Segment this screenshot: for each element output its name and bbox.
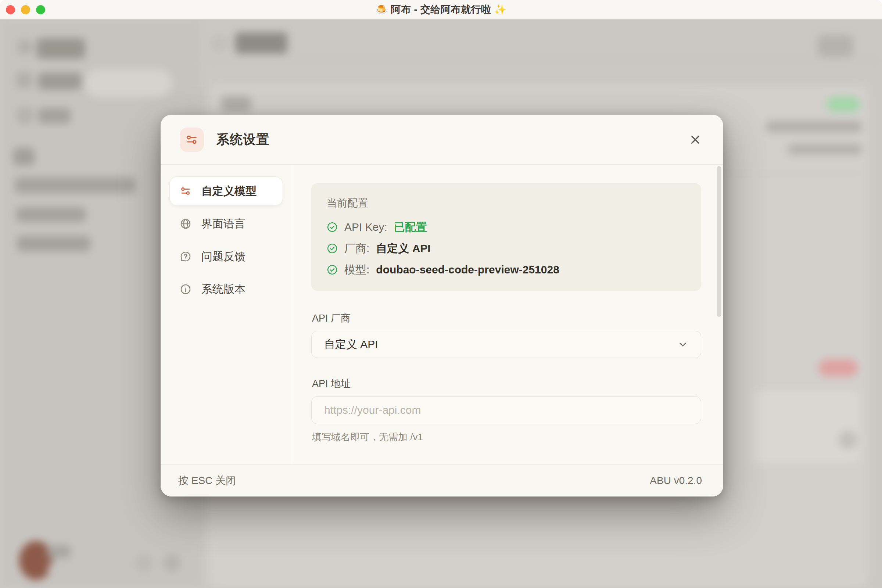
check-circle-icon	[327, 264, 338, 275]
config-value-provider: 自定义 API	[376, 241, 430, 256]
bg-blob	[212, 35, 228, 51]
api-url-hint: 填写域名即可，无需加 /v1	[312, 431, 701, 444]
bg-circle-button	[163, 554, 181, 572]
version-label: ABU v0.2.0	[650, 475, 702, 487]
modal-header: 系统设置	[160, 115, 723, 165]
sliders-icon	[180, 128, 204, 152]
info-icon	[179, 283, 192, 296]
bg-blob	[48, 562, 133, 577]
help-bubble-icon	[179, 250, 192, 263]
close-icon[interactable]	[687, 131, 704, 148]
window-title: 🍮 阿布 - 交给阿布就行啦 ✨	[375, 3, 506, 16]
bg-circle-button	[135, 554, 153, 572]
bg-blob	[84, 69, 172, 97]
modal-title: 系统设置	[216, 131, 269, 148]
config-value-api-key: 已配置	[394, 220, 427, 235]
settings-nav: 自定义模型 界面语言	[160, 165, 292, 464]
scrollbar-thumb[interactable]	[717, 166, 722, 317]
config-row-provider: 厂商: 自定义 API	[327, 241, 686, 256]
config-value-model: doubao-seed-code-preview-251028	[376, 264, 560, 276]
config-label: 模型:	[344, 262, 369, 278]
esc-hint: 按 ESC 关闭	[178, 474, 236, 488]
bg-blob	[17, 107, 33, 123]
api-url-input[interactable]	[311, 396, 701, 424]
bg-panel	[753, 390, 860, 464]
provider-label: API 厂商	[312, 312, 701, 325]
titlebar: 🍮 阿布 - 交给阿布就行啦 ✨	[0, 0, 882, 20]
bg-blob	[222, 96, 251, 112]
modal-body: 自定义模型 界面语言	[160, 165, 723, 464]
api-url-label: API 地址	[312, 377, 701, 390]
tab-interface-language[interactable]: 界面语言	[170, 209, 283, 238]
close-window-button[interactable]	[6, 5, 15, 14]
config-row-model: 模型: doubao-seed-code-preview-251028	[327, 262, 686, 277]
config-row-api-key: API Key: 已配置	[327, 220, 686, 234]
current-config-title: 当前配置	[327, 196, 686, 210]
bg-blob	[838, 431, 857, 449]
tab-label: 问题反馈	[201, 249, 246, 264]
config-label: API Key:	[344, 221, 387, 233]
bg-blob	[766, 121, 862, 132]
bg-blob	[818, 35, 853, 57]
settings-modal: 系统设置 自定义模型	[160, 115, 723, 496]
field-provider: API 厂商 自定义 API	[311, 312, 701, 358]
bg-blob	[16, 207, 86, 222]
field-api-url: API 地址 填写域名即可，无需加 /v1	[311, 377, 701, 444]
bg-blob	[37, 38, 85, 59]
bg-blob	[15, 177, 136, 193]
bg-blob	[38, 73, 82, 90]
bg-blob	[235, 32, 287, 54]
tab-label: 界面语言	[201, 216, 246, 231]
bg-blob	[16, 72, 32, 88]
bg-badge-green	[827, 97, 860, 112]
provider-selected-value: 自定义 API	[324, 337, 378, 352]
tab-custom-model[interactable]: 自定义模型	[170, 176, 283, 206]
sliders-icon	[179, 185, 192, 197]
tab-system-version[interactable]: 系统版本	[170, 274, 283, 304]
traffic-lights	[6, 0, 45, 19]
current-config-panel: 当前配置 API Key: 已配置	[311, 183, 701, 291]
bg-blob	[47, 545, 70, 558]
globe-icon	[179, 218, 192, 230]
minimize-window-button[interactable]	[21, 5, 30, 14]
chevron-down-icon	[677, 339, 688, 350]
tab-feedback[interactable]: 问题反馈	[170, 242, 283, 271]
tab-label: 自定义模型	[201, 184, 256, 199]
provider-select[interactable]: 自定义 API	[311, 331, 701, 358]
bg-blob	[38, 108, 70, 123]
check-circle-icon	[327, 243, 338, 254]
tab-label: 系统版本	[201, 282, 246, 297]
app-window: 🍮 阿布 - 交给阿布就行啦 ✨	[0, 0, 882, 588]
bg-badge-red	[819, 359, 858, 376]
fullscreen-window-button[interactable]	[36, 5, 45, 14]
bg-blob	[788, 144, 862, 154]
check-circle-icon	[327, 222, 338, 232]
bg-blob	[18, 40, 32, 54]
bg-blob	[17, 236, 90, 251]
bg-blob	[13, 148, 34, 165]
config-label: 厂商:	[344, 241, 369, 256]
bg-divider	[202, 59, 882, 60]
settings-content: 当前配置 API Key: 已配置	[292, 165, 723, 464]
modal-footer: 按 ESC 关闭 ABU v0.2.0	[160, 464, 723, 496]
